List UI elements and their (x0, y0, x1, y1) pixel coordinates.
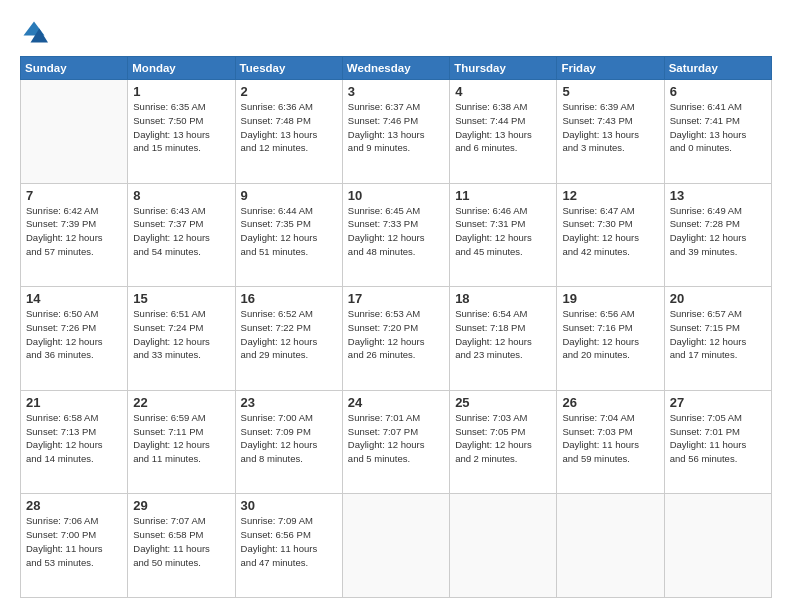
day-number: 28 (26, 498, 122, 513)
day-number: 1 (133, 84, 229, 99)
day-cell: 9Sunrise: 6:44 AM Sunset: 7:35 PM Daylig… (235, 183, 342, 287)
day-number: 15 (133, 291, 229, 306)
day-number: 22 (133, 395, 229, 410)
day-info: Sunrise: 7:07 AM Sunset: 6:58 PM Dayligh… (133, 514, 229, 569)
day-number: 3 (348, 84, 444, 99)
day-cell (664, 494, 771, 598)
day-cell: 22Sunrise: 6:59 AM Sunset: 7:11 PM Dayli… (128, 390, 235, 494)
day-info: Sunrise: 6:59 AM Sunset: 7:11 PM Dayligh… (133, 411, 229, 466)
day-number: 6 (670, 84, 766, 99)
day-number: 17 (348, 291, 444, 306)
day-number: 12 (562, 188, 658, 203)
day-number: 25 (455, 395, 551, 410)
page: SundayMondayTuesdayWednesdayThursdayFrid… (0, 0, 792, 612)
day-number: 2 (241, 84, 337, 99)
day-cell: 5Sunrise: 6:39 AM Sunset: 7:43 PM Daylig… (557, 80, 664, 184)
weekday-header-row: SundayMondayTuesdayWednesdayThursdayFrid… (21, 57, 772, 80)
day-info: Sunrise: 6:51 AM Sunset: 7:24 PM Dayligh… (133, 307, 229, 362)
day-number: 10 (348, 188, 444, 203)
day-cell (450, 494, 557, 598)
weekday-header-friday: Friday (557, 57, 664, 80)
day-info: Sunrise: 6:46 AM Sunset: 7:31 PM Dayligh… (455, 204, 551, 259)
weekday-header-sunday: Sunday (21, 57, 128, 80)
day-cell: 19Sunrise: 6:56 AM Sunset: 7:16 PM Dayli… (557, 287, 664, 391)
day-cell: 28Sunrise: 7:06 AM Sunset: 7:00 PM Dayli… (21, 494, 128, 598)
day-info: Sunrise: 7:04 AM Sunset: 7:03 PM Dayligh… (562, 411, 658, 466)
weekday-header-saturday: Saturday (664, 57, 771, 80)
day-info: Sunrise: 7:06 AM Sunset: 7:00 PM Dayligh… (26, 514, 122, 569)
day-cell: 8Sunrise: 6:43 AM Sunset: 7:37 PM Daylig… (128, 183, 235, 287)
day-number: 4 (455, 84, 551, 99)
day-cell: 18Sunrise: 6:54 AM Sunset: 7:18 PM Dayli… (450, 287, 557, 391)
day-number: 18 (455, 291, 551, 306)
day-cell: 10Sunrise: 6:45 AM Sunset: 7:33 PM Dayli… (342, 183, 449, 287)
day-number: 29 (133, 498, 229, 513)
day-cell: 26Sunrise: 7:04 AM Sunset: 7:03 PM Dayli… (557, 390, 664, 494)
day-cell (342, 494, 449, 598)
day-number: 13 (670, 188, 766, 203)
day-cell: 20Sunrise: 6:57 AM Sunset: 7:15 PM Dayli… (664, 287, 771, 391)
day-info: Sunrise: 7:05 AM Sunset: 7:01 PM Dayligh… (670, 411, 766, 466)
day-cell: 25Sunrise: 7:03 AM Sunset: 7:05 PM Dayli… (450, 390, 557, 494)
day-number: 14 (26, 291, 122, 306)
day-number: 5 (562, 84, 658, 99)
day-cell: 6Sunrise: 6:41 AM Sunset: 7:41 PM Daylig… (664, 80, 771, 184)
day-info: Sunrise: 6:58 AM Sunset: 7:13 PM Dayligh… (26, 411, 122, 466)
day-cell (21, 80, 128, 184)
day-cell: 7Sunrise: 6:42 AM Sunset: 7:39 PM Daylig… (21, 183, 128, 287)
day-cell: 1Sunrise: 6:35 AM Sunset: 7:50 PM Daylig… (128, 80, 235, 184)
weekday-header-thursday: Thursday (450, 57, 557, 80)
day-cell: 17Sunrise: 6:53 AM Sunset: 7:20 PM Dayli… (342, 287, 449, 391)
day-number: 27 (670, 395, 766, 410)
day-info: Sunrise: 6:43 AM Sunset: 7:37 PM Dayligh… (133, 204, 229, 259)
day-info: Sunrise: 6:41 AM Sunset: 7:41 PM Dayligh… (670, 100, 766, 155)
day-info: Sunrise: 7:09 AM Sunset: 6:56 PM Dayligh… (241, 514, 337, 569)
weekday-header-monday: Monday (128, 57, 235, 80)
day-cell: 21Sunrise: 6:58 AM Sunset: 7:13 PM Dayli… (21, 390, 128, 494)
day-cell: 13Sunrise: 6:49 AM Sunset: 7:28 PM Dayli… (664, 183, 771, 287)
day-cell: 14Sunrise: 6:50 AM Sunset: 7:26 PM Dayli… (21, 287, 128, 391)
header (20, 18, 772, 46)
day-cell: 3Sunrise: 6:37 AM Sunset: 7:46 PM Daylig… (342, 80, 449, 184)
week-row-1: 1Sunrise: 6:35 AM Sunset: 7:50 PM Daylig… (21, 80, 772, 184)
day-number: 7 (26, 188, 122, 203)
day-info: Sunrise: 7:01 AM Sunset: 7:07 PM Dayligh… (348, 411, 444, 466)
week-row-2: 7Sunrise: 6:42 AM Sunset: 7:39 PM Daylig… (21, 183, 772, 287)
logo (20, 18, 52, 46)
day-number: 21 (26, 395, 122, 410)
day-cell: 27Sunrise: 7:05 AM Sunset: 7:01 PM Dayli… (664, 390, 771, 494)
day-info: Sunrise: 6:35 AM Sunset: 7:50 PM Dayligh… (133, 100, 229, 155)
week-row-3: 14Sunrise: 6:50 AM Sunset: 7:26 PM Dayli… (21, 287, 772, 391)
day-cell: 24Sunrise: 7:01 AM Sunset: 7:07 PM Dayli… (342, 390, 449, 494)
day-number: 8 (133, 188, 229, 203)
day-info: Sunrise: 6:49 AM Sunset: 7:28 PM Dayligh… (670, 204, 766, 259)
day-number: 20 (670, 291, 766, 306)
week-row-4: 21Sunrise: 6:58 AM Sunset: 7:13 PM Dayli… (21, 390, 772, 494)
day-info: Sunrise: 6:39 AM Sunset: 7:43 PM Dayligh… (562, 100, 658, 155)
day-cell: 11Sunrise: 6:46 AM Sunset: 7:31 PM Dayli… (450, 183, 557, 287)
week-row-5: 28Sunrise: 7:06 AM Sunset: 7:00 PM Dayli… (21, 494, 772, 598)
day-cell: 30Sunrise: 7:09 AM Sunset: 6:56 PM Dayli… (235, 494, 342, 598)
day-number: 24 (348, 395, 444, 410)
day-info: Sunrise: 6:50 AM Sunset: 7:26 PM Dayligh… (26, 307, 122, 362)
day-info: Sunrise: 6:54 AM Sunset: 7:18 PM Dayligh… (455, 307, 551, 362)
day-cell: 15Sunrise: 6:51 AM Sunset: 7:24 PM Dayli… (128, 287, 235, 391)
day-info: Sunrise: 6:37 AM Sunset: 7:46 PM Dayligh… (348, 100, 444, 155)
day-cell: 29Sunrise: 7:07 AM Sunset: 6:58 PM Dayli… (128, 494, 235, 598)
day-info: Sunrise: 6:42 AM Sunset: 7:39 PM Dayligh… (26, 204, 122, 259)
day-cell: 4Sunrise: 6:38 AM Sunset: 7:44 PM Daylig… (450, 80, 557, 184)
weekday-header-wednesday: Wednesday (342, 57, 449, 80)
day-info: Sunrise: 6:57 AM Sunset: 7:15 PM Dayligh… (670, 307, 766, 362)
day-info: Sunrise: 6:38 AM Sunset: 7:44 PM Dayligh… (455, 100, 551, 155)
day-info: Sunrise: 7:00 AM Sunset: 7:09 PM Dayligh… (241, 411, 337, 466)
day-info: Sunrise: 6:36 AM Sunset: 7:48 PM Dayligh… (241, 100, 337, 155)
day-cell: 2Sunrise: 6:36 AM Sunset: 7:48 PM Daylig… (235, 80, 342, 184)
day-number: 11 (455, 188, 551, 203)
day-cell: 12Sunrise: 6:47 AM Sunset: 7:30 PM Dayli… (557, 183, 664, 287)
day-cell (557, 494, 664, 598)
day-info: Sunrise: 6:44 AM Sunset: 7:35 PM Dayligh… (241, 204, 337, 259)
day-number: 16 (241, 291, 337, 306)
logo-icon (20, 18, 48, 46)
weekday-header-tuesday: Tuesday (235, 57, 342, 80)
day-info: Sunrise: 6:47 AM Sunset: 7:30 PM Dayligh… (562, 204, 658, 259)
